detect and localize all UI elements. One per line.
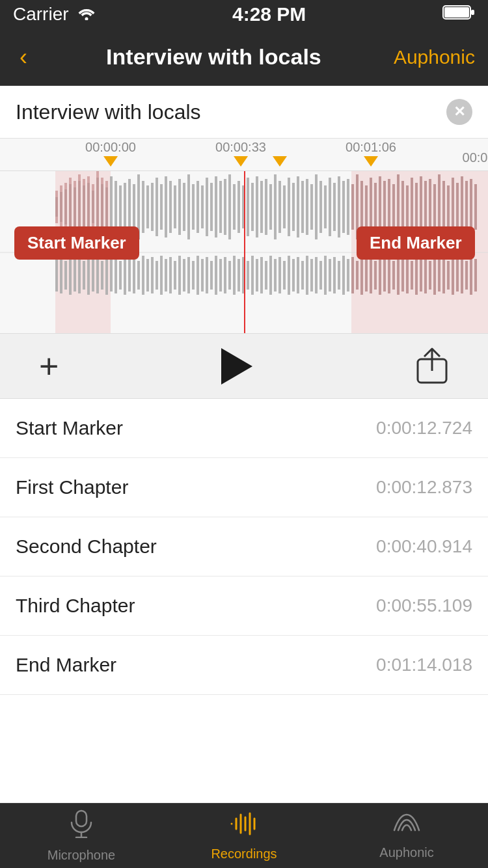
svg-rect-135: [174, 261, 176, 290]
marker-time-2: 0:00:40.914: [376, 536, 472, 557]
svg-rect-144: [215, 256, 217, 295]
svg-rect-40: [219, 181, 222, 233]
tab-bar: Microphone Recordings Auphonic: [0, 803, 488, 868]
marker-row-0[interactable]: Start Marker 0:00:12.724: [0, 399, 488, 458]
add-button[interactable]: +: [39, 349, 59, 383]
svg-rect-29: [169, 181, 172, 233]
svg-rect-151: [247, 261, 249, 290]
svg-rect-27: [160, 184, 163, 230]
svg-rect-178: [370, 257, 372, 293]
svg-rect-191: [429, 261, 431, 290]
tab-recordings[interactable]: Recordings: [163, 804, 325, 868]
svg-rect-28: [165, 176, 167, 237]
svg-rect-87: [433, 184, 436, 230]
svg-rect-132: [160, 256, 163, 295]
svg-rect-174: [351, 257, 354, 293]
carrier-label: Carrier: [13, 4, 96, 25]
svg-rect-119: [101, 261, 103, 290]
marker-row-2[interactable]: Second Chapter 0:00:40.914: [0, 517, 488, 576]
svg-rect-149: [237, 259, 240, 292]
svg-rect-116: [87, 256, 90, 295]
svg-rect-164: [306, 256, 308, 295]
svg-rect-147: [228, 261, 231, 290]
end-marker-label[interactable]: End Marker: [357, 226, 475, 260]
svg-rect-97: [55, 191, 58, 223]
svg-rect-96: [474, 184, 477, 230]
svg-rect-165: [310, 259, 313, 292]
svg-rect-198: [461, 257, 463, 293]
share-icon: [415, 347, 449, 385]
svg-rect-33: [187, 174, 190, 239]
share-button[interactable]: [415, 347, 449, 385]
svg-rect-81: [406, 185, 409, 228]
play-button[interactable]: [221, 348, 252, 385]
svg-rect-139: [192, 261, 195, 290]
back-button[interactable]: ‹: [13, 37, 34, 77]
svg-rect-180: [379, 256, 381, 295]
nav-right-link[interactable]: Auphonic: [394, 46, 475, 68]
marker-name-1: First Chapter: [16, 476, 128, 498]
svg-rect-193: [438, 259, 441, 292]
svg-rect-59: [306, 179, 308, 235]
svg-rect-26: [156, 178, 158, 236]
svg-rect-62: [319, 181, 322, 233]
svg-rect-124: [124, 256, 126, 295]
svg-rect-56: [292, 183, 295, 231]
svg-rect-189: [420, 259, 422, 292]
svg-rect-128: [142, 256, 144, 295]
svg-rect-179: [374, 261, 377, 290]
svg-rect-114: [78, 257, 81, 293]
marker-name-2: Second Chapter: [16, 536, 157, 558]
svg-rect-186: [406, 257, 409, 293]
svg-rect-176: [360, 256, 363, 295]
svg-rect-173: [347, 259, 349, 292]
svg-rect-194: [442, 257, 445, 293]
svg-rect-205: [76, 811, 87, 826]
title-input[interactable]: [16, 100, 446, 124]
marker-row-3[interactable]: Third Chapter 0:00:55.109: [0, 576, 488, 636]
svg-rect-37: [206, 178, 208, 236]
svg-rect-17: [115, 181, 117, 233]
svg-rect-61: [315, 174, 318, 239]
clear-button[interactable]: ✕: [446, 99, 472, 125]
svg-rect-46: [247, 178, 249, 236]
svg-rect-74: [374, 183, 377, 231]
marker-row-4[interactable]: End Marker 0:01:14.018: [0, 636, 488, 695]
marker-row-1[interactable]: First Chapter 0:00:12.873: [0, 458, 488, 517]
svg-rect-64: [329, 178, 331, 236]
svg-rect-76: [383, 181, 386, 233]
svg-rect-101: [74, 181, 76, 233]
svg-rect-121: [110, 259, 113, 292]
svg-rect-24: [146, 185, 149, 228]
tab-auphonic[interactable]: Auphonic: [325, 804, 488, 868]
svg-rect-67: [342, 181, 345, 233]
svg-rect-110: [60, 257, 62, 293]
svg-rect-163: [301, 261, 304, 290]
svg-rect-146: [224, 257, 226, 293]
timeline-arrow-1: [234, 156, 248, 167]
svg-rect-171: [338, 261, 340, 290]
tab-microphone[interactable]: Microphone: [0, 804, 163, 868]
timeline-arrow-2: [364, 156, 378, 167]
svg-rect-42: [228, 174, 231, 239]
timeline-marker-3: 00:0: [463, 150, 488, 167]
timeline-arrow-extra: [273, 156, 287, 167]
waveform-tracks: Start Marker End Marker: [0, 171, 488, 334]
playhead[interactable]: [244, 171, 245, 334]
svg-rect-182: [388, 257, 390, 293]
svg-rect-137: [183, 259, 185, 292]
svg-rect-92: [456, 183, 459, 231]
svg-rect-183: [392, 261, 395, 290]
svg-rect-25: [151, 183, 154, 231]
svg-rect-159: [283, 261, 286, 290]
controls-row: +: [0, 334, 488, 399]
start-marker-label[interactable]: Start Marker: [14, 226, 139, 260]
svg-rect-71: [360, 181, 363, 233]
svg-rect-52: [274, 174, 277, 239]
microphone-icon: [68, 809, 94, 844]
svg-rect-196: [452, 256, 454, 295]
svg-rect-199: [465, 261, 468, 290]
svg-rect-23: [142, 181, 144, 233]
svg-rect-115: [83, 261, 85, 290]
svg-rect-138: [187, 257, 190, 293]
